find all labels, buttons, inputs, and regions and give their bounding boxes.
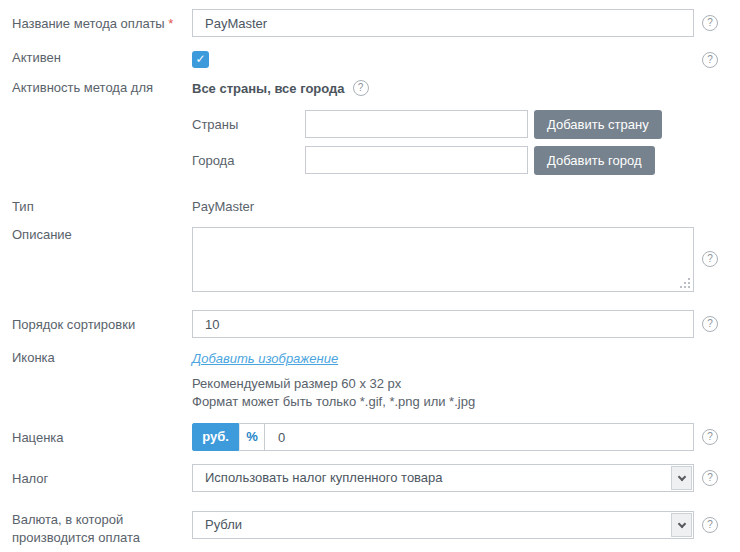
field-row-cities: Города Добавить город bbox=[12, 146, 740, 175]
field-row-countries: Страны Добавить страну bbox=[12, 110, 740, 139]
help-icon[interactable]: ? bbox=[353, 80, 369, 96]
field-row-tax: Налог Использовать налог купленного това… bbox=[12, 464, 740, 492]
icon-size-hint: Рекомендуемый размер 60 x 32 px bbox=[192, 375, 694, 393]
currency-label: Валюта, в которой производится оплата bbox=[12, 511, 192, 547]
surcharge-unit-currency-toggle[interactable]: руб. bbox=[192, 423, 239, 451]
payment-name-input[interactable] bbox=[192, 9, 694, 37]
cities-label: Города bbox=[192, 146, 305, 169]
field-row-surcharge: Наценка руб. % ? bbox=[12, 423, 740, 451]
surcharge-unit-percent-toggle[interactable]: % bbox=[239, 423, 264, 451]
field-row-icon: Иконка Добавить изображение Рекомендуемы… bbox=[12, 350, 740, 411]
add-city-button[interactable]: Добавить город bbox=[534, 146, 655, 175]
active-label: Активен bbox=[12, 50, 192, 66]
cities-input[interactable] bbox=[305, 146, 528, 174]
description-label: Описание bbox=[12, 227, 192, 243]
availability-label: Активность метода для bbox=[12, 80, 192, 96]
tax-label: Налог bbox=[12, 464, 192, 487]
field-row-active: Активен ✓ ? bbox=[12, 50, 740, 68]
active-checkbox[interactable]: ✓ bbox=[192, 51, 209, 68]
help-icon[interactable]: ? bbox=[702, 15, 718, 31]
tax-selected-value: Использовать налог купленного товара bbox=[193, 465, 670, 491]
chevron-down-icon[interactable] bbox=[671, 466, 692, 490]
payment-method-form: Название метода оплаты * ? Активен ✓ ? А… bbox=[0, 0, 740, 547]
icon-label: Иконка bbox=[12, 350, 192, 366]
icon-format-hint: Формат может быть только *.gif, *.png ил… bbox=[192, 393, 694, 411]
description-textarea[interactable] bbox=[192, 227, 694, 292]
currency-selected-value: Рубли bbox=[193, 512, 670, 538]
help-icon[interactable]: ? bbox=[702, 251, 718, 267]
help-icon[interactable]: ? bbox=[702, 470, 718, 486]
countries-label: Страны bbox=[192, 110, 305, 133]
required-asterisk: * bbox=[168, 16, 173, 31]
tax-select[interactable]: Использовать налог купленного товара bbox=[192, 464, 694, 492]
type-label: Тип bbox=[12, 199, 192, 215]
surcharge-input[interactable] bbox=[264, 423, 694, 451]
field-row-type: Тип PayMaster bbox=[12, 199, 740, 215]
resize-handle-icon[interactable] bbox=[688, 286, 690, 288]
field-row-description: Описание ? bbox=[12, 227, 740, 295]
payment-name-label: Название метода оплаты * bbox=[12, 9, 192, 32]
add-image-link[interactable]: Добавить изображение bbox=[192, 350, 338, 367]
field-row-sort-order: Порядок сортировки ? bbox=[12, 310, 740, 338]
help-icon[interactable]: ? bbox=[702, 429, 718, 445]
field-row-availability: Активность метода для Все страны, все го… bbox=[12, 80, 740, 97]
field-row-currency: Валюта, в которой производится оплата Ру… bbox=[12, 511, 740, 547]
field-row-name: Название метода оплаты * ? bbox=[12, 9, 740, 37]
add-country-button[interactable]: Добавить страну bbox=[534, 110, 662, 139]
sort-order-input[interactable] bbox=[192, 310, 694, 338]
countries-input[interactable] bbox=[305, 110, 528, 138]
check-icon: ✓ bbox=[195, 52, 205, 66]
chevron-down-icon[interactable] bbox=[671, 513, 692, 537]
sort-order-label: Порядок сортировки bbox=[12, 310, 192, 333]
help-icon[interactable]: ? bbox=[702, 517, 718, 533]
surcharge-label: Наценка bbox=[12, 423, 192, 446]
availability-summary: Все страны, все города bbox=[192, 80, 345, 97]
type-value: PayMaster bbox=[192, 199, 254, 214]
help-icon[interactable]: ? bbox=[702, 316, 718, 332]
currency-select[interactable]: Рубли bbox=[192, 511, 694, 539]
help-icon[interactable]: ? bbox=[702, 52, 718, 68]
